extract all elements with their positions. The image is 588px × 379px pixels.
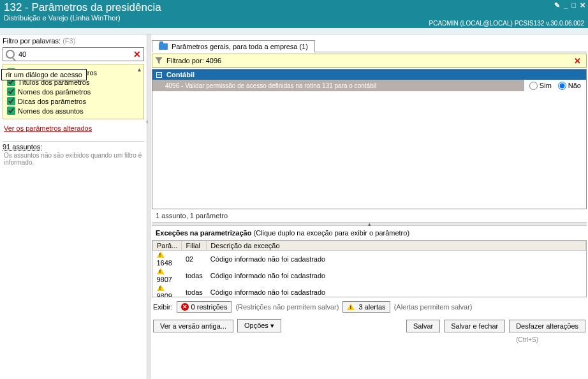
vertical-splitter[interactable] (147, 34, 151, 379)
folder-icon (159, 43, 168, 50)
sidebar: Filtro por palavras: (F3) ✕ ▴ Números do… (0, 34, 147, 379)
shortcut-hint: (Ctrl+S) (152, 336, 587, 343)
edit-icon[interactable]: ✎ (554, 1, 560, 10)
close-icon[interactable]: ✕ (580, 1, 585, 10)
params-grid[interactable]: − Contábil 4096 - Validar permissão de a… (152, 69, 587, 209)
assuntos-caption: 91 assuntos: (3, 143, 144, 151)
exhibit-row: Exibir: ✕ 0 restrições (Restrições não p… (152, 299, 587, 315)
search-icon (6, 50, 15, 59)
col-desc[interactable]: Descrição da exceção (207, 241, 586, 251)
old-version-button[interactable]: Ver a versão antiga... (153, 320, 233, 332)
funnel-icon (155, 57, 163, 64)
altered-params-link[interactable]: Ver os parâmetros alterados (4, 124, 143, 132)
col-filial[interactable]: Filial (182, 241, 207, 251)
chk-dicas[interactable] (7, 97, 15, 105)
clear-search-icon[interactable]: ✕ (131, 49, 143, 59)
window-title: 132 - Parâmetros da presidência (4, 1, 584, 14)
titlebar: 132 - Parâmetros da presidência Distribu… (0, 0, 588, 28)
tooltip: rir um diálogo de acesso (1, 69, 87, 80)
clear-filter-icon[interactable]: ✕ (571, 56, 584, 66)
alerts-badge[interactable]: 3 alertas (342, 301, 390, 313)
save-close-button[interactable]: Salvar e fechar (444, 320, 505, 332)
save-button[interactable]: Salvar (406, 320, 440, 332)
bottom-bar: Ver a versão antiga... Opções Salvar Sal… (152, 316, 587, 335)
filter-caption: Filtro por palavras: (F3) (3, 37, 144, 45)
col-param[interactable]: Parâ... (153, 241, 182, 251)
minimize-icon[interactable]: _ (564, 1, 568, 10)
exceptions-header: Exceções na parametrização (Clique duplo… (152, 227, 587, 239)
exception-row[interactable]: 9807todasCódigo informado não foi cadast… (153, 267, 586, 284)
assuntos-panel: 91 assuntos: Os assuntos não são exibido… (3, 141, 144, 167)
grid-status: 1 assunto, 1 parâmetro (152, 211, 587, 221)
error-icon: ✕ (181, 303, 189, 311)
warning-icon (157, 285, 165, 291)
radio-nao[interactable]: Não (558, 82, 581, 90)
group-header[interactable]: − Contábil (152, 70, 586, 80)
assuntos-info: Os assuntos não são exibidos quando um f… (3, 151, 144, 167)
top-strip (0, 28, 588, 34)
radio-sim[interactable]: Sim (529, 82, 552, 90)
expand-icon[interactable]: ▴ (138, 66, 141, 73)
warning-icon (157, 251, 165, 258)
restrictions-badge[interactable]: ✕ 0 restrições (177, 301, 232, 313)
chk-nomes-param[interactable] (7, 87, 15, 96)
exceptions-table[interactable]: Parâ... Filial Descrição da exceção 1648… (152, 240, 587, 297)
warning-icon (157, 268, 165, 274)
exception-row[interactable]: 9809todasCódigo informado não foi cadast… (153, 284, 586, 297)
tab-general-params[interactable]: Parâmetros gerais, para toda a empresa (… (152, 40, 315, 52)
filter-bar: Filtrado por: 4096 ✕ (152, 54, 587, 68)
maximize-icon[interactable]: □ (571, 1, 576, 10)
chk-nomes-assuntos[interactable] (7, 107, 15, 115)
param-row[interactable]: 4096 - Validar permissão de acesso defin… (152, 80, 586, 91)
options-button[interactable]: Opções (237, 319, 281, 332)
horizontal-splitter[interactable]: ▴ (152, 222, 587, 226)
warning-icon (347, 304, 355, 310)
collapse-icon[interactable]: − (156, 72, 162, 78)
search-wrap: ✕ (3, 47, 144, 61)
session-info: PCADMIN (LOCAL@LOCAL) PCSIS132 v.30.0.06… (429, 20, 584, 27)
content-area: Parâmetros gerais, para toda a empresa (… (151, 34, 588, 379)
exception-row[interactable]: 164802Código informado não foi cadastrad… (153, 251, 586, 268)
search-input[interactable] (17, 49, 131, 59)
undo-button[interactable]: Desfazer alterações (509, 320, 585, 332)
